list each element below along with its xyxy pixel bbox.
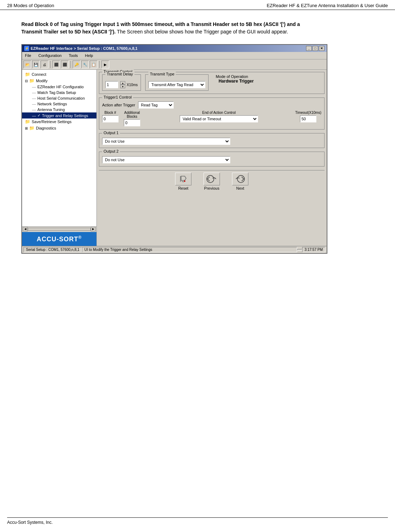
toolbar-btn-4[interactable]: ⬛ xyxy=(52,60,60,68)
toolbar-btn-6[interactable]: 🔑 xyxy=(73,60,80,68)
main-content: Read Block 0 of Tag using Trigger Input … xyxy=(0,10,395,264)
output1-select[interactable]: Do not Use xyxy=(102,138,230,145)
page-footer: Accu-Sort Systems, Inc. xyxy=(7,517,388,525)
previous-button[interactable] xyxy=(204,173,220,185)
transmit-delay-spinner[interactable]: ▲ ▼ xyxy=(120,81,125,88)
tree-label-ezreader: EZReader HF Configuratio xyxy=(37,85,84,89)
tree-panel: 📁 Connect ⊟ 📁 Modify — EZReader HF Confi… xyxy=(22,70,97,226)
block-number-group: Block # xyxy=(102,111,118,122)
transmit-delay-input[interactable]: 1 xyxy=(105,81,118,88)
svg-point-1 xyxy=(184,180,185,182)
next-button[interactable] xyxy=(232,173,248,185)
toolbar-btn-8[interactable]: 📋 xyxy=(90,60,98,68)
transmit-type-group: Transmit Type Transmit After Tag Read xyxy=(145,74,209,91)
tree-item-ezreader[interactable]: — EZReader HF Configuratio xyxy=(22,84,96,90)
menu-tools[interactable]: Tools xyxy=(67,53,79,58)
transmit-control-group: Transmit Control Transmit Delay 1 ▲ ▼ xyxy=(99,72,325,94)
toolbar-btn-9[interactable]: ▶ xyxy=(101,60,109,68)
tree-indent-5: — xyxy=(32,107,36,112)
transmit-delay-group: Transmit Delay 1 ▲ ▼ X10ms xyxy=(102,74,141,91)
scroll-left-btn[interactable]: ◀ xyxy=(23,227,28,231)
tree-item-host-serial[interactable]: — Host Serial Communication xyxy=(22,95,96,101)
tree-label-diagnostics: Diagnostics xyxy=(36,126,56,130)
tree-label-host-serial: Host Serial Communication xyxy=(37,96,85,100)
folder-icon-connect: 📁 xyxy=(25,72,30,77)
action-trigger-select[interactable]: Read Tag xyxy=(138,101,174,109)
accu-sort-text: ACCU-SORT xyxy=(37,236,78,243)
tree-item-modify[interactable]: ⊟ 📁 Modify xyxy=(22,78,96,84)
spinner-up[interactable]: ▲ xyxy=(120,81,125,85)
toolbar-btn-5[interactable]: ⬛ xyxy=(61,60,69,68)
tree-item-antenna[interactable]: — Antenna Tuning xyxy=(22,107,96,112)
tree-item-save[interactable]: 📁 Save/Retrieve Settings xyxy=(22,118,96,125)
status-segment-3 xyxy=(297,249,302,251)
menu-help[interactable]: Help xyxy=(84,53,95,58)
maximize-button[interactable]: □ xyxy=(312,46,318,51)
scroll-right-btn[interactable]: ▶ xyxy=(91,227,96,231)
output2-group: Output 2 Do not Use xyxy=(99,152,325,167)
reset-label: Reset xyxy=(178,186,189,190)
menu-file[interactable]: File xyxy=(23,53,33,58)
action-trigger-label: Action after Trigger xyxy=(102,103,135,107)
tree-label-modify: Modify xyxy=(36,79,47,83)
toolbar-separator-3 xyxy=(99,61,100,68)
toolbar-btn-3[interactable]: 🖨 xyxy=(41,60,48,68)
title-bar-left: ⚡ EZReader HF Interface > Serial Setup :… xyxy=(24,46,137,51)
tree-label-save: Save/Retrieve Settings xyxy=(32,120,72,124)
output2-row: Do not Use xyxy=(102,156,321,163)
additional-blocks-label: AdditionalBlocks xyxy=(124,111,140,118)
menu-bar: File Configuration Tools Help xyxy=(22,52,327,59)
additional-blocks-input[interactable] xyxy=(124,119,140,126)
expand-icon-diag: ⊞ xyxy=(25,126,28,130)
tree-indent-3: — xyxy=(32,96,36,100)
previous-button-group: Previous xyxy=(201,173,222,190)
app-icon: ⚡ xyxy=(24,46,29,51)
toolbar-separator-2 xyxy=(70,61,71,68)
output1-group: Output 1 Do not Use xyxy=(99,133,325,148)
minimize-button[interactable]: _ xyxy=(306,46,312,51)
status-bar: Serial Setup : COM1, 57600,n,8,1 UI to M… xyxy=(22,246,327,253)
toolbar: 📂 💾 🖨 ⬛ ⬛ 🔑 🔧 📋 ▶ xyxy=(22,59,327,70)
end-of-action-select[interactable]: Valid Read or Timeout xyxy=(180,115,258,122)
end-of-action-group: End of Action Control Valid Read or Time… xyxy=(146,111,292,122)
menu-configuration[interactable]: Configuration xyxy=(37,53,63,58)
tree-item-diagnostics[interactable]: ⊞ 📁 Diagnostics xyxy=(22,125,96,131)
end-of-action-label: End of Action Control xyxy=(202,111,236,115)
previous-icon xyxy=(205,174,218,184)
book-title: EZReader HF & EZTune Antenna Installatio… xyxy=(267,3,388,8)
scroll-track[interactable] xyxy=(28,228,91,231)
timeout-input[interactable] xyxy=(300,115,316,122)
tree-label-match-tag: Match Tag Data Setup xyxy=(37,90,76,95)
action-trigger-row: Action after Trigger Read Tag xyxy=(102,101,321,109)
transmit-delay-unit: X10ms xyxy=(127,83,138,87)
tree-indent-4: — xyxy=(32,102,36,106)
title-bar-controls[interactable]: _ □ ✕ xyxy=(306,46,325,51)
next-button-group: Next xyxy=(230,173,251,190)
output2-title: Output 2 xyxy=(102,149,120,153)
tree-item-connect[interactable]: 📁 Connect xyxy=(22,71,96,78)
toolbar-separator-1 xyxy=(50,61,51,68)
toolbar-btn-7[interactable]: 🔧 xyxy=(81,60,89,68)
block-number-input[interactable] xyxy=(102,115,118,122)
transmit-delay-title: Transmit Delay xyxy=(105,72,135,76)
intro-paragraph: Read Block 0 of Tag using Trigger Input … xyxy=(21,21,313,36)
tree-item-network[interactable]: — Network Settings xyxy=(22,101,96,107)
status-segment-1: Serial Setup : COM1, 57600,n,8,1 xyxy=(23,247,82,252)
right-panel: Transmit Control Transmit Delay 1 ▲ ▼ xyxy=(97,70,327,246)
title-bar: ⚡ EZReader HF Interface > Serial Setup :… xyxy=(22,45,327,52)
transmit-type-select[interactable]: Transmit After Tag Read xyxy=(148,81,205,88)
left-panel-scrollbar[interactable]: ◀ ▶ xyxy=(22,226,96,231)
output1-row: Do not Use xyxy=(102,138,321,145)
toolbar-btn-1[interactable]: 📂 xyxy=(23,60,31,68)
output2-select[interactable]: Do not Use xyxy=(102,156,230,163)
toolbar-btn-2[interactable]: 💾 xyxy=(32,60,40,68)
next-icon xyxy=(234,174,247,184)
close-button[interactable]: ✕ xyxy=(319,46,325,51)
additional-blocks-group: AdditionalBlocks xyxy=(121,111,143,126)
left-panel-container: 📁 Connect ⊟ 📁 Modify — EZReader HF Confi… xyxy=(22,70,97,246)
spinner-down[interactable]: ▼ xyxy=(120,85,125,88)
reset-button[interactable] xyxy=(175,173,191,185)
trigger1-control-group: Trigger1 Control Action after Trigger Re… xyxy=(99,98,325,130)
tree-item-trigger[interactable]: — ✓ Trigger and Relay Settings xyxy=(22,112,96,118)
tree-item-match-tag[interactable]: — Match Tag Data Setup xyxy=(22,90,96,95)
